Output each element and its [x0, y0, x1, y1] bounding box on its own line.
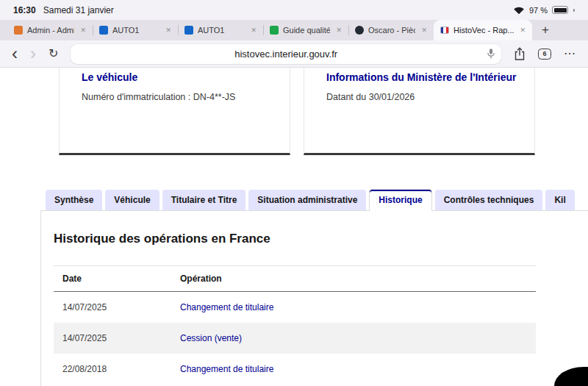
table-row: 14/07/2025 Changement de titulaire	[54, 292, 536, 324]
browser-tab-admin[interactable]: Admin - Admin... ✕	[7, 20, 93, 40]
close-icon[interactable]: ✕	[518, 26, 526, 34]
close-icon[interactable]: ✕	[420, 26, 427, 34]
france-flag-favicon	[440, 26, 449, 34]
auto1-favicon	[99, 26, 108, 35]
document-favicon	[270, 26, 279, 35]
battery-icon	[552, 6, 568, 14]
tab-kilometrage[interactable]: Kil	[545, 190, 574, 210]
admin-favicon	[14, 26, 23, 35]
microphone-icon[interactable]	[487, 49, 495, 60]
ministry-card-title: Informations du Ministère de l'Intérieur	[326, 71, 520, 85]
section-title: Historique des opérations en France	[54, 232, 588, 246]
auto1-favicon	[184, 26, 193, 35]
browser-tab-auto1-b[interactable]: AUTO1 ✕	[178, 20, 263, 40]
table-header-row: Date Opération	[54, 266, 536, 292]
forward-icon[interactable]: ›	[30, 48, 36, 60]
report-tabs: Synthèse Véhicule Titulaire et Titre Sit…	[46, 189, 588, 210]
address-bar[interactable]: histovec.interieur.gouv.fr	[71, 44, 501, 64]
operation-link[interactable]: Changement de titulaire	[180, 364, 273, 374]
tab-title: HistoVec - Rap...	[453, 26, 514, 35]
oscaro-favicon	[355, 26, 364, 35]
row-date: 14/07/2025	[54, 323, 171, 354]
operation-column-header: Opération	[171, 266, 536, 292]
tab-overview-button[interactable]: 6	[538, 49, 551, 60]
share-icon[interactable]	[514, 47, 526, 61]
vehicle-card: Le véhicule Numéro d'immatriculation : D…	[59, 68, 290, 155]
tab-vehicule[interactable]: Véhicule	[105, 190, 159, 210]
browser-tab-guide[interactable]: Guide qualité - ✕	[263, 20, 348, 40]
browser-toolbar: ‹ › ↻ histovec.interieur.gouv.fr 6 ⋯	[0, 40, 588, 68]
browser-tab-auto1-a[interactable]: AUTO1 ✕	[93, 20, 178, 40]
summary-cards: Le véhicule Numéro d'immatriculation : D…	[59, 68, 588, 155]
new-tab-button[interactable]: +	[532, 20, 559, 40]
history-table: Date Opération 14/07/2025 Changement de …	[54, 265, 536, 385]
table-row: 22/08/2018 Changement de titulaire	[54, 354, 536, 385]
wifi-icon	[513, 6, 525, 15]
date-column-header: Date	[54, 266, 171, 292]
tab-title: AUTO1	[112, 26, 159, 35]
tab-titulaire[interactable]: Titulaire et Titre	[162, 190, 246, 210]
tab-synthese[interactable]: Synthèse	[46, 190, 102, 210]
back-icon[interactable]: ‹	[12, 48, 18, 60]
tab-situation[interactable]: Situation administrative	[248, 190, 366, 210]
registration-number: Numéro d'immatriculation : DN-4**-JS	[82, 92, 275, 102]
tab-title: AUTO1	[198, 26, 245, 35]
url-text: histovec.interieur.gouv.fr	[234, 49, 337, 60]
operation-link[interactable]: Changement de titulaire	[180, 302, 273, 312]
tab-historique[interactable]: Historique	[369, 189, 431, 211]
clock: 16:30	[13, 5, 36, 15]
ministry-card: Informations du Ministère de l'Intérieur…	[304, 68, 535, 155]
status-date: Samedi 31 janvier	[43, 5, 114, 15]
browser-tab-bar: Admin - Admin... ✕ AUTO1 ✕ AUTO1 ✕ Guide…	[0, 20, 588, 40]
row-date: 22/08/2018	[54, 354, 171, 385]
battery-percent: 97 %	[529, 6, 548, 15]
tab-title: Admin - Admin...	[27, 26, 74, 35]
operation-link[interactable]: Cession (vente)	[180, 333, 242, 343]
close-icon[interactable]: ✕	[79, 26, 86, 34]
browser-tab-oscaro[interactable]: Oscaro - Pièce... ✕	[348, 20, 434, 40]
tab-title: Guide qualité -	[283, 26, 330, 35]
close-icon[interactable]: ✕	[334, 26, 342, 34]
status-bar: 16:30 Samedi 31 janvier 97 %	[0, 0, 588, 20]
tab-title: Oscaro - Pièce...	[368, 26, 415, 35]
tab-controles[interactable]: Contrôles techniques	[435, 190, 543, 210]
report-date: Datant du 30/01/2026	[326, 92, 520, 102]
more-icon[interactable]: ⋯	[564, 48, 576, 60]
historique-panel: Historique des opérations en France Date…	[40, 210, 588, 386]
page-content: Le véhicule Numéro d'immatriculation : D…	[0, 68, 588, 386]
battery-nub	[573, 9, 575, 12]
browser-tab-histovec-active[interactable]: HistoVec - Rap... ✕	[434, 20, 532, 40]
table-row: 14/07/2025 Cession (vente)	[54, 323, 536, 354]
close-icon[interactable]: ✕	[164, 26, 171, 34]
reload-icon[interactable]: ↻	[49, 48, 58, 60]
close-icon[interactable]: ✕	[249, 26, 257, 34]
vehicle-card-title: Le véhicule	[82, 71, 275, 85]
row-date: 14/07/2025	[54, 292, 171, 324]
